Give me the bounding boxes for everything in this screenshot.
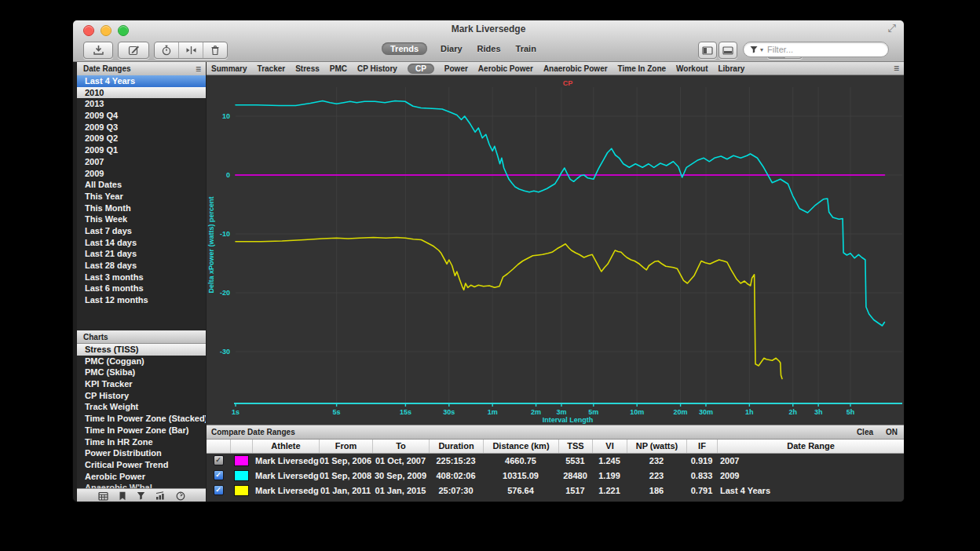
column-header-check[interactable]: [207, 440, 230, 453]
cp-chart-svg[interactable]: 1s5s15s30s1m2m3m5m10m20m30m1h2h3h5h100-1…: [207, 75, 904, 425]
chart-tab-time-in-zone[interactable]: Time In Zone: [618, 64, 667, 73]
bottombar-toggle-icon: [722, 46, 733, 55]
chart-tab-library[interactable]: Library: [718, 64, 744, 73]
daterange-last-6-months[interactable]: Last 6 months: [77, 283, 206, 294]
view-tabs: TrendsDiaryRidesTrain: [382, 42, 538, 55]
daterange-2009-q1[interactable]: 2009 Q1: [77, 144, 206, 156]
chart-tab-aerobic-power[interactable]: Aerobic Power: [478, 64, 533, 73]
daterange-last-21-days[interactable]: Last 21 days: [77, 248, 206, 260]
daterange-last-14-days[interactable]: Last 14 days: [77, 237, 206, 249]
chart-critical-power-trend[interactable]: Critical Power Trend: [77, 459, 206, 471]
bar-chart-icon[interactable]: [155, 491, 166, 500]
daterange-last-4-years[interactable]: Last 4 Years: [77, 75, 206, 87]
column-header-from[interactable]: From: [319, 440, 372, 453]
column-header-tss[interactable]: TSS: [558, 440, 592, 453]
filter-dropdown-arrow-icon[interactable]: ▾: [760, 46, 763, 53]
column-header-range[interactable]: Date Range: [717, 440, 904, 453]
main-tab-rides[interactable]: Rides: [476, 42, 503, 55]
cell-distance: 576.64: [483, 486, 558, 495]
compare-title: Compare Date Ranges: [211, 428, 295, 436]
chart-pmc-coggan[interactable]: PMC (Coggan): [77, 356, 206, 367]
cell-range: Last 4 Years: [717, 486, 904, 495]
chart-tab-summary[interactable]: Summary: [211, 64, 247, 73]
daterange-last-3-months[interactable]: Last 3 months: [77, 272, 206, 283]
delete-button[interactable]: [203, 42, 227, 58]
daterange-this-week[interactable]: This Week: [77, 213, 206, 225]
chart-tab-cp[interactable]: CP: [408, 64, 434, 74]
filter-input[interactable]: [766, 44, 885, 55]
bookmark-icon[interactable]: [119, 491, 126, 501]
row-checkbox[interactable]: ✓: [214, 470, 224, 480]
main-tab-diary[interactable]: Diary: [439, 42, 464, 55]
cell-duration: 25:07:30: [429, 486, 483, 495]
daterange-2009-q3[interactable]: 2009 Q3: [77, 122, 206, 133]
chart-tab-power[interactable]: Power: [444, 64, 468, 73]
chart-time-in-power-zone-bar[interactable]: Time In Power Zone (Bar): [77, 425, 206, 436]
daterange-this-month[interactable]: This Month: [77, 203, 206, 214]
chart-kpi-tracker[interactable]: KPI Tracker: [77, 378, 206, 390]
charts-list-clipped-item[interactable]: Anaerobic W'bal: [77, 482, 214, 488]
filter-field[interactable]: ▾: [743, 42, 889, 57]
date-ranges-menu-icon[interactable]: ≡: [196, 64, 201, 74]
daterange-all-dates[interactable]: All Dates: [77, 179, 206, 191]
daterange-2009-q2[interactable]: 2009 Q2: [77, 133, 206, 144]
daterange-2010[interactable]: 2010: [77, 87, 206, 99]
chart-time-in-hr-zone[interactable]: Time In HR Zone: [77, 436, 206, 448]
chart-tabbar-menu-icon[interactable]: ≡: [894, 64, 899, 73]
chart-tab-anaerobic-power[interactable]: Anaerobic Power: [543, 64, 608, 73]
column-header-athlete[interactable]: Athlete: [252, 440, 319, 453]
chart-track-weight[interactable]: Track Weight: [77, 401, 206, 413]
chart-tab-pmc[interactable]: PMC: [330, 64, 347, 73]
column-header-if[interactable]: IF: [686, 440, 717, 453]
daterange-2009-q4[interactable]: 2009 Q4: [77, 110, 206, 122]
calendar-icon[interactable]: [98, 491, 108, 501]
svg-text:3h: 3h: [814, 408, 823, 416]
chart-tab-workout[interactable]: Workout: [676, 64, 708, 73]
column-header-np[interactable]: NP (watts): [627, 440, 686, 453]
daterange-2013[interactable]: 2013: [77, 98, 206, 110]
svg-text:30m: 30m: [699, 408, 713, 416]
window-title: Mark Liversedge: [73, 24, 904, 35]
row-checkbox[interactable]: ✓: [214, 485, 224, 495]
column-header-distance[interactable]: Distance (km): [483, 440, 558, 453]
svg-text:-10: -10: [220, 230, 230, 238]
stopwatch-button[interactable]: [155, 42, 178, 58]
funnel-icon[interactable]: [137, 491, 145, 500]
chart-stress-tiss[interactable]: Stress (TISS): [77, 344, 206, 356]
chart-tab-tracker[interactable]: Tracker: [258, 64, 286, 73]
download-button[interactable]: [83, 42, 113, 59]
column-header-to[interactable]: To: [372, 440, 429, 453]
compare-on-button[interactable]: ON: [886, 428, 898, 436]
clear-button[interactable]: Clea: [857, 428, 873, 436]
cp-chart[interactable]: 1s5s15s30s1m2m3m5m10m20m30m1h2h3h5h100-1…: [207, 75, 904, 425]
gauge-icon[interactable]: [176, 491, 185, 501]
chart-aerobic-power[interactable]: Aerobic Power: [77, 471, 206, 483]
expand-icon[interactable]: ⤢: [888, 22, 896, 35]
daterange-this-year[interactable]: This Year: [77, 191, 206, 203]
chart-tab-cp-history[interactable]: CP History: [357, 64, 397, 73]
split-intervals-button[interactable]: [178, 42, 203, 58]
compose-button[interactable]: [118, 42, 149, 59]
main-tab-trends[interactable]: Trends: [382, 42, 427, 55]
column-header-swatch[interactable]: [230, 440, 252, 453]
chart-pmc-skiba[interactable]: PMC (Skiba): [77, 367, 206, 378]
main-tab-train[interactable]: Train: [514, 42, 538, 55]
cell-np: 186: [627, 486, 686, 495]
charts-title: Charts: [83, 333, 108, 341]
row-checkbox[interactable]: ✓: [214, 455, 224, 465]
chart-cp-history[interactable]: CP History: [77, 390, 206, 402]
chart-tab-stress[interactable]: Stress: [295, 64, 320, 73]
column-header-duration[interactable]: Duration: [429, 440, 483, 453]
daterange-last-28-days[interactable]: Last 28 days: [77, 260, 206, 272]
series-color-swatch: [234, 485, 249, 496]
toggle-sidebar-button[interactable]: [698, 42, 717, 59]
app-window: Mark Liversedge ⤢: [72, 20, 905, 502]
toggle-bottombar-button[interactable]: [719, 42, 737, 59]
column-header-vi[interactable]: VI: [592, 440, 627, 453]
daterange-last-12-months[interactable]: Last 12 months: [77, 294, 206, 306]
daterange-last-7-days[interactable]: Last 7 days: [77, 225, 206, 237]
chart-power-distribution[interactable]: Power Distribution: [77, 447, 206, 459]
chart-time-in-power-zone-stacked[interactable]: Time In Power Zone (Stacked): [77, 413, 206, 425]
daterange-2007[interactable]: 2007: [77, 156, 206, 168]
daterange-2009[interactable]: 2009: [77, 168, 206, 180]
